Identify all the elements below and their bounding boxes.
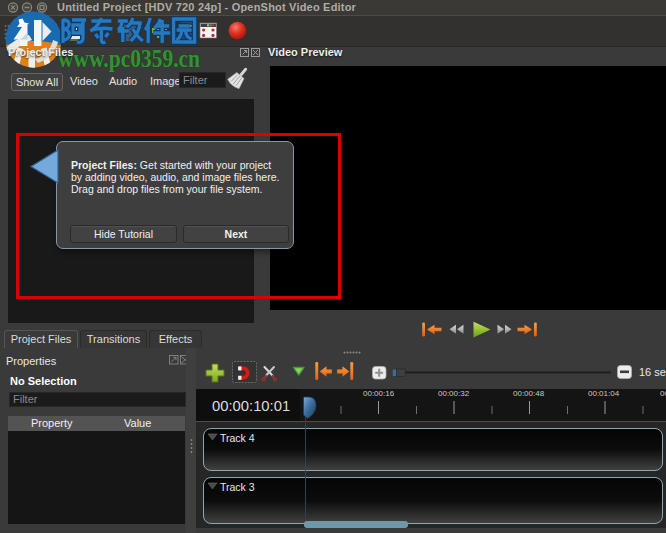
svg-text:www.pc0359.cn: www.pc0359.cn — [58, 45, 200, 72]
